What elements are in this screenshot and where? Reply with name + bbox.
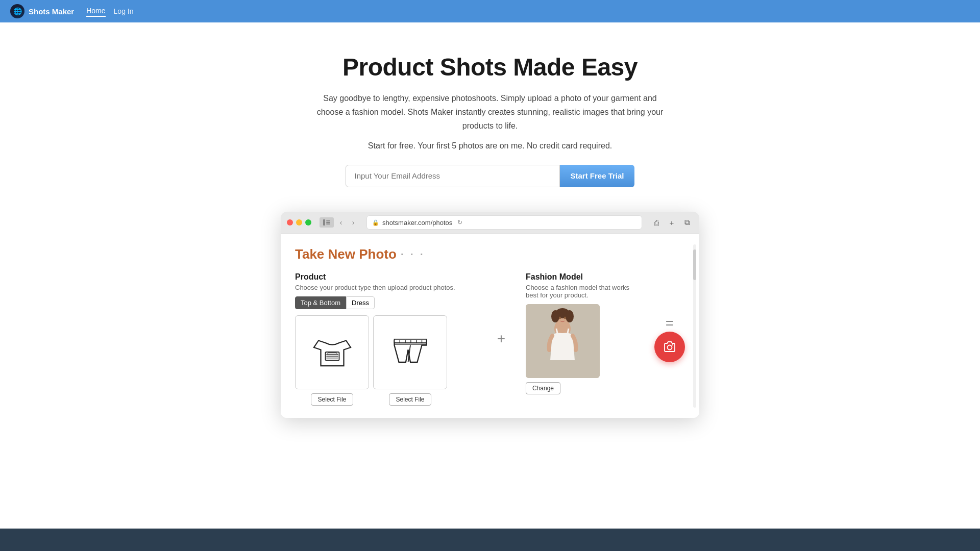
result-section: = bbox=[654, 315, 685, 362]
traffic-lights bbox=[287, 219, 311, 226]
scrollbar-track bbox=[693, 244, 696, 408]
svg-point-29 bbox=[672, 344, 673, 345]
svg-rect-2 bbox=[326, 222, 330, 223]
tab-dress[interactable]: Dress bbox=[346, 296, 375, 309]
browser-actions: ⎙ + ⧉ bbox=[650, 216, 693, 229]
footer bbox=[0, 529, 980, 551]
shorts-upload: Select File bbox=[373, 315, 447, 406]
sidebar-toggle-button[interactable] bbox=[320, 217, 334, 228]
svg-point-27 bbox=[564, 316, 566, 319]
product-section: Product Choose your product type then up… bbox=[295, 272, 477, 406]
shorts-select-file-button[interactable]: Select File bbox=[389, 393, 431, 406]
new-tab-button[interactable]: + bbox=[666, 216, 678, 229]
svg-rect-0 bbox=[323, 219, 325, 226]
model-section: Fashion Model Choose a fashion model tha… bbox=[526, 272, 638, 394]
main-content: Product Shots Made Easy Say goodbye to l… bbox=[0, 22, 980, 529]
model-section-desc: Choose a fashion model that works best f… bbox=[526, 284, 638, 299]
product-section-title: Product bbox=[295, 272, 477, 282]
brand-name: Shots Maker bbox=[29, 7, 74, 16]
email-form: Start Free Trial bbox=[346, 165, 634, 187]
nav-home[interactable]: Home bbox=[86, 6, 105, 17]
camera-icon bbox=[663, 340, 677, 354]
svg-point-26 bbox=[559, 316, 561, 319]
brand-logo: 🌐 bbox=[10, 4, 24, 18]
page-title: Take New Photo · · · bbox=[295, 246, 685, 262]
browser-content: Take New Photo · · · Product Choose your… bbox=[281, 234, 699, 418]
tabs-button[interactable]: ⧉ bbox=[681, 216, 693, 229]
refresh-icon[interactable]: ↻ bbox=[457, 219, 462, 226]
close-traffic-light[interactable] bbox=[287, 219, 293, 226]
tshirt-upload: Select File bbox=[295, 315, 369, 406]
address-bar[interactable]: 🔒 shotsmaker.com/photos ↻ bbox=[366, 215, 642, 230]
change-model-button[interactable]: Change bbox=[526, 382, 560, 394]
browser-controls: ‹ › bbox=[320, 217, 358, 228]
hero-title: Product Shots Made Easy bbox=[342, 53, 638, 81]
hero-free-text: Start for free. Your first 5 photos are … bbox=[368, 141, 612, 151]
product-images: Select File bbox=[295, 315, 477, 406]
model-section-title: Fashion Model bbox=[526, 272, 638, 282]
svg-point-22 bbox=[551, 310, 559, 322]
product-type-tabs: Top & Bottom Dress bbox=[295, 296, 477, 309]
camera-fab-button[interactable] bbox=[654, 332, 685, 362]
nav-login[interactable]: Log In bbox=[114, 6, 134, 16]
svg-rect-3 bbox=[326, 223, 330, 224]
content-row: Product Choose your product type then up… bbox=[295, 272, 685, 406]
back-button[interactable]: ‹ bbox=[336, 217, 346, 228]
equals-separator: = bbox=[662, 315, 678, 332]
svg-point-28 bbox=[668, 345, 672, 350]
browser-mockup: ‹ › 🔒 shotsmaker.com/photos ↻ ⎙ + ⧉ Take… bbox=[281, 212, 699, 418]
scrollbar-thumb[interactable] bbox=[693, 249, 696, 280]
navbar: 🌐 Shots Maker Home Log In bbox=[0, 0, 980, 22]
page-title-dots: · · · bbox=[401, 248, 425, 260]
svg-rect-1 bbox=[326, 220, 330, 221]
brand: 🌐 Shots Maker bbox=[10, 4, 74, 18]
svg-line-25 bbox=[568, 329, 569, 333]
email-input[interactable] bbox=[346, 165, 560, 187]
lock-icon: 🔒 bbox=[372, 219, 379, 226]
tab-top-bottom[interactable]: Top & Bottom bbox=[295, 296, 346, 309]
model-image bbox=[526, 304, 600, 378]
forward-button[interactable]: › bbox=[348, 217, 358, 228]
fullscreen-traffic-light[interactable] bbox=[305, 219, 311, 226]
svg-rect-8 bbox=[328, 353, 337, 355]
plus-separator: + bbox=[493, 331, 509, 347]
tshirt-upload-box[interactable] bbox=[295, 315, 369, 389]
trial-button[interactable]: Start Free Trial bbox=[560, 165, 634, 187]
hero-subtitle: Say goodbye to lengthy, expensive photos… bbox=[311, 91, 669, 133]
product-section-desc: Choose your product type then upload pro… bbox=[295, 284, 477, 291]
svg-line-24 bbox=[556, 329, 557, 333]
page-title-text: Take New Photo bbox=[295, 246, 397, 262]
share-button[interactable]: ⎙ bbox=[650, 216, 663, 229]
model-photo-svg bbox=[526, 304, 600, 378]
browser-bar: ‹ › 🔒 shotsmaker.com/photos ↻ ⎙ + ⧉ bbox=[281, 212, 699, 234]
nav-links: Home Log In bbox=[86, 6, 133, 17]
shorts-upload-box[interactable] bbox=[373, 315, 447, 389]
tshirt-select-file-button[interactable]: Select File bbox=[311, 393, 353, 406]
tshirt-icon bbox=[309, 329, 355, 375]
svg-point-23 bbox=[566, 310, 574, 322]
shorts-icon bbox=[387, 329, 433, 375]
url-text: shotsmaker.com/photos bbox=[382, 219, 452, 227]
minimize-traffic-light[interactable] bbox=[296, 219, 302, 226]
